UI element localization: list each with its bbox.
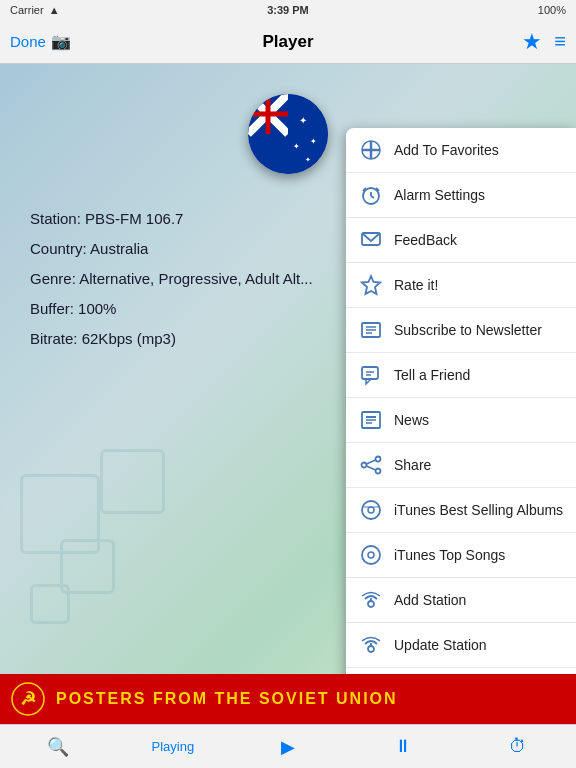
menu-item-news[interactable]: News: [346, 398, 576, 443]
menu-item-subscribe[interactable]: Subscribe to Newsletter: [346, 308, 576, 353]
menu-item-feedback[interactable]: FeedBack: [346, 218, 576, 263]
tab-playing[interactable]: Playing: [115, 739, 230, 754]
carrier-label: Carrier: [10, 4, 44, 16]
tell-friend-label: Tell a Friend: [394, 367, 470, 383]
svg-point-45: [368, 646, 374, 652]
svg-text:☭: ☭: [20, 689, 36, 709]
rate-label: Rate it!: [394, 277, 438, 293]
svg-text:✦: ✦: [310, 137, 317, 146]
playing-label: Playing: [151, 739, 194, 754]
svg-point-43: [368, 601, 374, 607]
ad-banner[interactable]: ☭ POSTERS FROM THE SOVIET UNION: [0, 674, 576, 724]
tab-search[interactable]: 🔍: [0, 736, 115, 758]
svg-text:✦: ✦: [305, 156, 311, 163]
svg-text:✦: ✦: [293, 142, 300, 151]
itunes-songs-label: iTunes Top Songs: [394, 547, 505, 563]
dropdown-menu: Add To FavoritesAlarm SettingsFeedBackRa…: [346, 128, 576, 674]
add-favorites-label: Add To Favorites: [394, 142, 499, 158]
menu-item-add-station[interactable]: Add Station: [346, 578, 576, 623]
flag-ball: ✦ ✦ ✦ ✦: [248, 94, 328, 174]
tab-play[interactable]: ▶: [230, 736, 345, 758]
tab-bar: 🔍 Playing ▶ ⏸ ⏱: [0, 724, 576, 768]
svg-point-38: [362, 501, 380, 519]
ad-text: POSTERS FROM THE SOVIET UNION: [56, 690, 398, 708]
main-content: ✦ ✦ ✦ ✦ Station: PBS-FM 106.7 Country: A…: [0, 64, 576, 674]
nav-bar: Done 📷 Player ★ ≡: [0, 20, 576, 64]
tab-pause[interactable]: ⏸: [346, 736, 461, 757]
subscribe-label: Subscribe to Newsletter: [394, 322, 542, 338]
menu-item-alarm-settings[interactable]: Alarm Settings: [346, 173, 576, 218]
update-station-icon: [358, 632, 384, 658]
subscribe-icon: [358, 317, 384, 343]
add-favorites-icon: [358, 137, 384, 163]
pause-icon: ⏸: [394, 736, 412, 757]
station-country: Country: Australia: [30, 234, 313, 264]
favorites-star-icon[interactable]: ★: [522, 29, 542, 55]
add-station-label: Add Station: [394, 592, 466, 608]
news-icon: [358, 407, 384, 433]
search-icon: 🔍: [47, 736, 69, 758]
update-station-label: Update Station: [394, 637, 487, 653]
menu-item-rate[interactable]: Rate it!: [346, 263, 576, 308]
itunes-songs-icon: [358, 542, 384, 568]
svg-point-42: [368, 552, 374, 558]
menu-icon[interactable]: ≡: [554, 30, 566, 53]
add-station-icon: [358, 587, 384, 613]
alarm-settings-label: Alarm Settings: [394, 187, 485, 203]
status-time: 3:39 PM: [267, 4, 309, 16]
feedback-icon: [358, 227, 384, 253]
menu-item-itunes-albums[interactable]: iTunes Best Selling Albums: [346, 488, 576, 533]
svg-text:✦: ✦: [299, 115, 307, 126]
svg-point-41: [362, 546, 380, 564]
alarm-settings-icon: [358, 182, 384, 208]
menu-item-itunes-songs[interactable]: iTunes Top Songs: [346, 533, 576, 578]
itunes-albums-icon: [358, 497, 384, 523]
camera-icon[interactable]: 📷: [51, 32, 71, 51]
menu-item-share[interactable]: Share: [346, 443, 576, 488]
svg-line-36: [367, 460, 376, 464]
svg-point-34: [362, 463, 367, 468]
soviet-icon: ☭: [10, 681, 46, 717]
clock-icon: ⏱: [509, 736, 527, 757]
station-genre: Genre: Alternative, Progressive, Adult A…: [30, 264, 313, 294]
station-buffer: Buffer: 100%: [30, 294, 313, 324]
itunes-albums-label: iTunes Best Selling Albums: [394, 502, 563, 518]
play-icon: ▶: [281, 736, 295, 758]
share-label: Share: [394, 457, 431, 473]
menu-item-tell-friend[interactable]: Tell a Friend: [346, 353, 576, 398]
menu-item-broken-station[interactable]: Broken Station: [346, 668, 576, 674]
svg-rect-26: [362, 367, 378, 379]
svg-line-37: [367, 466, 376, 470]
status-bar: Carrier ▲ 3:39 PM 100%: [0, 0, 576, 20]
news-label: News: [394, 412, 429, 428]
rate-icon: [358, 272, 384, 298]
menu-item-update-station[interactable]: Update Station: [346, 623, 576, 668]
wifi-icon: ▲: [49, 4, 60, 16]
station-name: Station: PBS-FM 106.7: [30, 204, 313, 234]
svg-point-33: [376, 457, 381, 462]
feedback-label: FeedBack: [394, 232, 457, 248]
tell-friend-icon: [358, 362, 384, 388]
station-bitrate: Bitrate: 62Kbps (mp3): [30, 324, 313, 354]
tab-clock[interactable]: ⏱: [461, 736, 576, 757]
svg-marker-21: [362, 276, 380, 294]
done-button[interactable]: Done: [10, 33, 46, 50]
svg-point-39: [368, 507, 374, 513]
share-icon: [358, 452, 384, 478]
svg-point-35: [376, 469, 381, 474]
svg-line-17: [371, 196, 374, 198]
battery-label: 100%: [538, 4, 566, 16]
menu-item-add-favorites[interactable]: Add To Favorites: [346, 128, 576, 173]
station-info: Station: PBS-FM 106.7 Country: Australia…: [30, 204, 313, 354]
page-title: Player: [262, 32, 313, 52]
